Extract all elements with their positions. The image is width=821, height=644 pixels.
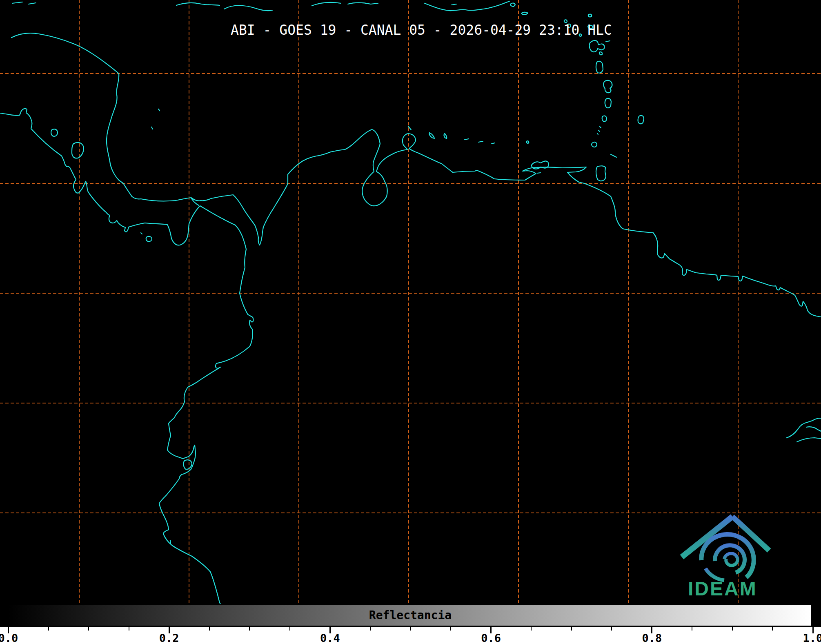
island-dominica — [596, 61, 603, 73]
island-trinidad — [596, 166, 606, 181]
colorbar-minor-tick — [129, 627, 129, 631]
coast-jamaica — [224, 6, 272, 11]
island-puna — [184, 460, 192, 469]
coast-fragment-top-1 — [12, 2, 36, 4]
island-curacao — [429, 133, 434, 138]
lake-nicaragua — [72, 143, 84, 158]
lake-managua — [51, 129, 58, 136]
island-barbuda — [588, 14, 592, 17]
islands-grenadines — [597, 127, 601, 134]
colorbar-label: Reflectancia — [369, 608, 452, 622]
coast-fragment-top-2 — [176, 3, 220, 5]
colorbar-minor-tick — [370, 627, 371, 631]
coastline-pacific — [0, 109, 253, 604]
colorbar-minor-tick — [88, 627, 89, 631]
island-marie-galante — [599, 52, 602, 55]
islet-peru-coast — [170, 540, 171, 544]
island-grenada — [592, 142, 597, 147]
island-vieques — [510, 3, 515, 7]
colorbar-minor-tick — [410, 627, 411, 631]
ideam-logo-mark — [682, 517, 769, 580]
colorbar-tick-label: 0.8 — [642, 632, 662, 644]
colorbar-minor-tick — [611, 627, 612, 631]
island-la-blanquilla — [527, 141, 529, 143]
colorbar-tick-label: 0.0 — [0, 632, 18, 644]
colorbar-minor-tick — [209, 627, 210, 631]
coastline-gulf-detail — [191, 198, 199, 205]
islands-los-roques — [465, 139, 495, 144]
island-san-andres — [151, 127, 153, 129]
colorbar-minor-tick — [732, 627, 733, 631]
colorbar-minor-tick — [531, 627, 532, 631]
island-aruba — [408, 126, 411, 130]
island-st-vincent — [602, 116, 607, 122]
colorbar-minor-tick — [772, 627, 773, 631]
island-st-lucia — [605, 98, 611, 108]
coast-amazon-mouth — [787, 418, 821, 442]
logo-swirl-eye — [724, 553, 738, 566]
colorbar-minor-tick — [571, 627, 572, 631]
logo-mountain-left-stroke — [682, 517, 732, 557]
colorbar-tick-label: 0.2 — [159, 632, 179, 644]
colorbar-minor-tick — [48, 627, 49, 631]
colorbar-minor-tick — [450, 627, 451, 631]
satellite-image-viewport: ABI - GOES 19 - CANAL 05 - 2026-04-29 23… — [0, 0, 821, 644]
logo-swirl-middle — [715, 545, 745, 573]
island-barbados — [638, 116, 644, 124]
coast-puerto-rico — [425, 1, 510, 11]
island-coiba — [141, 233, 152, 241]
product-title: ABI - GOES 19 - CANAL 05 - 2026-04-29 23… — [231, 22, 612, 38]
ideam-logo: IDEAM — [676, 512, 775, 601]
colorbar-minor-tick — [692, 627, 692, 631]
colorbar-minor-tick — [289, 627, 290, 631]
coast-hispaniola — [312, 2, 378, 6]
ideam-logo-text: IDEAM — [688, 578, 757, 599]
colorbar-tick-label: 1.0 — [803, 632, 821, 644]
colorbar-minor-tick — [249, 627, 250, 631]
colorbar-tick-label: 0.6 — [481, 632, 501, 644]
island-providencia — [158, 109, 160, 111]
island-guadeloupe — [590, 40, 610, 52]
island-st-croix — [521, 12, 528, 15]
colorbar-tick-label: 0.4 — [320, 632, 340, 644]
coastline-caribbean-south-america — [11, 33, 821, 317]
island-martinique — [603, 80, 612, 93]
island-tobago — [611, 154, 616, 157]
island-bonaire — [444, 134, 447, 139]
